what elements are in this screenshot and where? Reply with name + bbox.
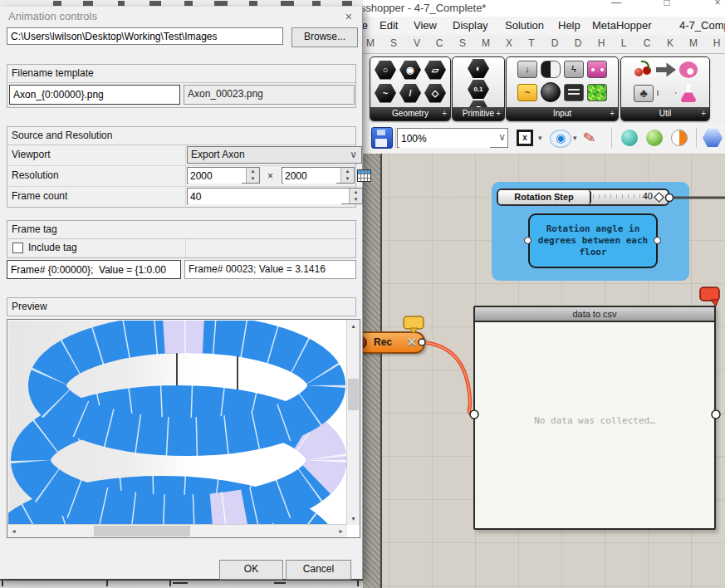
eye-dropdown-icon[interactable]: ▾ — [573, 134, 577, 142]
maximize-button[interactable]: □ — [654, 0, 679, 10]
expand-icon[interactable]: + — [610, 107, 615, 120]
expand-icon[interactable]: + — [496, 107, 501, 120]
menu-solution[interactable]: Solution — [505, 19, 544, 32]
resolution-width-input[interactable] — [189, 169, 242, 184]
horizontal-scroll-thumb[interactable] — [94, 526, 190, 537]
browse-button[interactable]: Browse... — [291, 27, 358, 47]
vertical-scroll-thumb[interactable] — [348, 379, 359, 410]
save-icon[interactable] — [371, 127, 393, 149]
resolution-height-input[interactable] — [283, 169, 336, 184]
jelly-icon[interactable] — [679, 61, 698, 78]
menu-display[interactable]: Display — [453, 19, 488, 32]
tab-letter[interactable]: M — [364, 37, 377, 49]
panel-icon[interactable] — [564, 84, 584, 101]
ribbon-label-primitive[interactable]: Primitive + — [453, 107, 504, 120]
ribbon-label-util[interactable]: Util + — [621, 107, 709, 120]
note-panel-input-port[interactable] — [524, 237, 532, 244]
note-panel-output-port[interactable] — [654, 237, 661, 244]
slider-handle[interactable] — [654, 192, 664, 203]
tab-letter[interactable]: H — [710, 37, 723, 49]
relay-icon[interactable] — [656, 61, 676, 78]
viewport-dropdown[interactable]: Export Axon ∨ — [187, 146, 362, 164]
number-param-icon[interactable]: 0.1 — [468, 80, 489, 99]
close-button[interactable]: × — [705, 0, 725, 10]
preview-viewport[interactable]: ▴ ▾ ◂ ▸ — [7, 319, 360, 538]
csv-panel-component[interactable]: data to csv No data was collected… — [473, 306, 716, 530]
tab-letter[interactable]: X — [502, 37, 516, 49]
preview-horizontal-scrollbar[interactable]: ◂ ▸ — [7, 524, 347, 537]
orange-sphere-icon[interactable] — [671, 130, 688, 146]
tab-letter[interactable]: T — [525, 37, 538, 49]
plane-param-icon[interactable]: ▱ — [424, 61, 446, 80]
image-sampler-icon[interactable] — [587, 84, 607, 101]
number-slider-icon[interactable]: ↓ — [517, 61, 537, 78]
curve-param-icon[interactable]: ~ — [375, 84, 396, 103]
relay-outline-icon[interactable] — [657, 85, 677, 101]
scroll-left-icon[interactable]: ◂ — [7, 525, 20, 537]
tab-letter[interactable]: V — [410, 37, 424, 49]
sketch-pen-icon[interactable]: ✎ — [581, 128, 597, 148]
tab-letter[interactable]: S — [456, 37, 469, 49]
aspect-grid-icon[interactable] — [357, 169, 371, 182]
expand-icon[interactable]: + — [701, 107, 706, 120]
scroll-down-icon[interactable]: ▾ — [347, 512, 360, 525]
minimize-button[interactable]: — — [604, 0, 629, 10]
gradient-icon[interactable] — [587, 61, 607, 78]
data-tree-icon[interactable]: ♣ — [634, 85, 654, 102]
resolution-height-stepper[interactable]: ▲▼ — [282, 167, 355, 184]
folder-path-input[interactable] — [7, 27, 283, 45]
green-pin-icon[interactable] — [646, 130, 663, 146]
tab-letter[interactable]: C — [433, 37, 446, 49]
control-knob-icon[interactable] — [541, 82, 561, 102]
tab-letter[interactable]: L — [617, 37, 630, 49]
blue-hex-icon[interactable] — [703, 129, 723, 147]
open-file-selector[interactable]: 4-7_Comple — [679, 19, 725, 32]
spin-up-icon[interactable]: ▲ — [341, 168, 354, 175]
tab-letter[interactable]: M — [687, 37, 700, 49]
tab-letter[interactable]: S — [387, 37, 400, 49]
spin-down-icon[interactable]: ▼ — [247, 175, 259, 183]
error-balloon-icon[interactable] — [700, 287, 719, 306]
scroll-up-icon[interactable]: ▴ — [347, 320, 360, 332]
cancel-button[interactable]: Cancel — [286, 560, 351, 580]
ok-button[interactable]: OK — [219, 560, 283, 580]
preview-vertical-scrollbar[interactable]: ▴ ▾ — [346, 320, 360, 525]
menu-edit[interactable]: Edit — [380, 19, 398, 32]
boolean-toggle-icon[interactable] — [541, 61, 561, 78]
ribbon-label-geometry[interactable]: Geometry + — [370, 107, 450, 120]
box-param-icon[interactable]: ◇ — [424, 84, 446, 103]
include-tag-checkbox[interactable] — [12, 243, 23, 253]
cherry-picker-icon[interactable] — [633, 61, 653, 79]
circle-param-icon[interactable]: ○ — [375, 61, 396, 80]
tab-letter[interactable]: M — [479, 37, 492, 49]
tab-letter[interactable]: D — [571, 37, 585, 49]
spin-up-icon[interactable]: ▲ — [247, 168, 259, 175]
graph-mapper-icon[interactable]: ϟ — [564, 61, 584, 78]
spiral-param-icon[interactable]: ◉ — [399, 61, 421, 80]
combo-dropdown-icon[interactable]: ∨ — [498, 131, 506, 143]
tab-letter[interactable]: C — [640, 37, 654, 49]
expand-icon[interactable]: + — [442, 107, 447, 120]
menu-help[interactable]: Help — [558, 19, 580, 32]
menu-metahopper[interactable]: MetaHopper — [592, 19, 652, 32]
scroll-right-icon[interactable]: ▸ — [335, 525, 347, 537]
spin-down-icon[interactable]: ▼ — [350, 196, 362, 203]
sketch-icon[interactable]: ~ — [517, 84, 537, 101]
slider-track[interactable]: 40 — [591, 190, 668, 204]
spin-down-icon[interactable]: ▼ — [341, 175, 354, 183]
resolution-width-stepper[interactable]: ▲▼ — [187, 167, 260, 184]
galapagos-flask-icon[interactable] — [680, 84, 697, 102]
spin-up-icon[interactable]: ▲ — [350, 189, 362, 196]
zoom-dropdown-icon[interactable]: ▾ — [538, 134, 542, 142]
zoom-extents-icon[interactable]: x — [517, 130, 533, 146]
note-panel-component[interactable]: Rotation angle in degrees between each f… — [528, 213, 658, 268]
menu-view[interactable]: View — [414, 19, 437, 32]
dialog-close-icon[interactable]: × — [345, 10, 352, 23]
number-slider-component[interactable]: Rotation Step 40 — [497, 189, 669, 206]
boolean-param-icon[interactable]: ◐ — [468, 59, 489, 78]
tab-letter[interactable]: H — [595, 37, 608, 49]
frame-count-input[interactable] — [189, 189, 341, 204]
frame-count-stepper[interactable]: ▲▼ — [187, 188, 363, 204]
line-param-icon[interactable]: / — [399, 84, 421, 103]
filename-template-input[interactable] — [9, 85, 180, 105]
